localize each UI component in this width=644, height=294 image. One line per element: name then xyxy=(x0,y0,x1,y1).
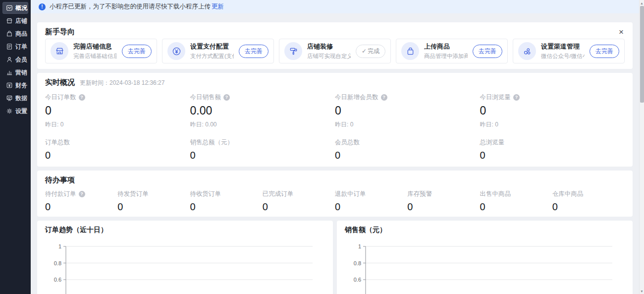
channels-icon xyxy=(518,42,536,60)
scrollbar-thumb[interactable] xyxy=(640,6,644,103)
stat-yesterday: 昨日: 0 xyxy=(480,120,625,129)
vertical-scrollbar[interactable]: ▲ ▼ xyxy=(639,0,644,294)
stat-today-new-members: 今日新增会员数? 0 昨日: 0 xyxy=(335,94,480,129)
charts-row: 订单趋势（近十日） 1 0.8 xyxy=(37,221,633,294)
todo-pending-receipt: 待收货订单 0 xyxy=(190,190,263,213)
go-complete-button[interactable]: 去完善 xyxy=(122,45,152,58)
paint-roller-icon xyxy=(284,42,302,60)
update-notice-bar: ! 小程序已更新，为了不影响您的使用请尽快下载小程序上传更新 xyxy=(31,0,639,13)
sidebar-item-finance[interactable]: 财务 xyxy=(2,79,28,91)
guide-steps: 完善店铺信息 完善店铺基础信息等 去完善 设置支付配置 支付方式配置(支付宝/微… xyxy=(45,39,625,63)
chart-title: 订单趋势（近十日） xyxy=(45,226,325,235)
help-icon[interactable]: ? xyxy=(79,94,85,101)
sidebar-item-members[interactable]: 会员 xyxy=(2,54,28,65)
sidebar-item-settings[interactable]: 设置 xyxy=(2,105,28,117)
todo-label: 出售中商品 xyxy=(480,190,511,198)
stat-today-pageviews: 今日浏览量? 0 昨日: 0 xyxy=(480,94,625,129)
completed-button[interactable]: ✓完成 xyxy=(356,45,385,58)
sidebar-item-label: 订单 xyxy=(15,43,27,51)
step-title: 设置渠道管理 xyxy=(541,42,585,51)
todo-value: 0 xyxy=(480,201,552,213)
stat-label: 今日订单数 xyxy=(45,93,76,102)
sidebar-item-marketing[interactable]: 营销 xyxy=(2,66,28,78)
stat-label: 销售总额（元） xyxy=(190,138,234,147)
upload-goods-icon xyxy=(401,42,419,60)
stat-value: 0 xyxy=(190,150,335,161)
sidebar-item-overview[interactable]: 概况 xyxy=(2,2,28,14)
chart-title: 销售额（元） xyxy=(345,226,625,235)
sidebar-item-orders[interactable]: 订单 xyxy=(2,41,28,53)
stat-value: 0 xyxy=(335,150,480,161)
help-icon[interactable]: ? xyxy=(513,94,520,101)
go-complete-button[interactable]: 去完善 xyxy=(473,45,502,58)
step-title: 上传商品 xyxy=(424,42,468,51)
guide-step-store-info: 完善店铺信息 完善店铺基础信息等 去完善 xyxy=(45,39,157,63)
stat-yesterday: 昨日: 0.00 xyxy=(190,120,335,129)
sidebar-item-data[interactable]: 数据 xyxy=(2,92,28,104)
y-tick-label: 1 xyxy=(58,243,61,249)
stat-today-sales: 今日销售额? 0.00 昨日: 0.00 xyxy=(190,94,335,129)
sidebar-item-label: 会员 xyxy=(15,56,27,64)
update-link[interactable]: 更新 xyxy=(212,2,224,11)
guide-step-upload-goods: 上传商品 商品管理中添加商品上传 去完善 xyxy=(396,39,508,63)
sales-chart-card: 销售额（元） 1 0.8 0 xyxy=(337,221,633,294)
sidebar-item-label: 数据 xyxy=(15,94,27,103)
todo-label: 待发货订单 xyxy=(117,190,149,198)
y-tick-label: 0.6 xyxy=(54,277,61,283)
stat-total-members: 会员总数 0 xyxy=(335,139,480,161)
todo-row: 待付款订单? 0 待发货订单 0 待收货订单 0 已完成订单 0 退款中订单 xyxy=(45,190,625,213)
sidebar-item-label: 设置 xyxy=(15,107,27,116)
scroll-up-icon[interactable]: ▲ xyxy=(640,0,644,6)
todo-value: 0 xyxy=(263,201,335,213)
yen-circle-icon xyxy=(167,42,185,60)
help-icon[interactable]: ? xyxy=(223,94,230,101)
help-icon[interactable]: ? xyxy=(381,94,387,101)
stat-yesterday: 昨日: 0 xyxy=(335,120,480,129)
stat-label: 订单总数 xyxy=(45,138,70,147)
sales-chart: 1 0.8 0.6 0.4 0.2 0 xyxy=(345,241,625,294)
stat-label: 今日浏览量 xyxy=(480,93,511,102)
todo-on-sale-goods: 出售中商品 0 xyxy=(480,190,552,213)
settings-icon xyxy=(6,108,13,115)
data-icon xyxy=(6,95,13,102)
newbie-guide-card: 新手导向 × 完善店铺信息 完善店铺基础信息等 去完善 xyxy=(37,22,633,69)
todo-value: 0 xyxy=(407,201,480,213)
guide-title: 新手导向 xyxy=(45,27,75,37)
todo-value: 0 xyxy=(552,201,625,213)
help-icon[interactable]: ? xyxy=(79,191,85,197)
go-complete-button[interactable]: 去完善 xyxy=(239,45,268,58)
todo-value: 0 xyxy=(190,201,263,213)
todo-label: 待付款订单 xyxy=(45,190,76,198)
stat-value: 0 xyxy=(45,104,190,118)
todo-pending-payment: 待付款订单? 0 xyxy=(45,190,117,213)
todo-title: 待办事项 xyxy=(45,176,75,184)
sidebar-item-label: 财务 xyxy=(15,81,27,90)
scroll-down-icon[interactable]: ▼ xyxy=(640,288,644,294)
members-icon xyxy=(6,56,13,63)
totals-row: 订单总数 0 销售总额（元） 0 会员总数 0 总浏览量 0 xyxy=(45,139,625,161)
stat-value: 0 xyxy=(45,150,190,161)
stat-value: 0 xyxy=(480,104,625,118)
stat-label: 今日销售额 xyxy=(190,93,221,102)
notice-text: 小程序已更新，为了不影响您的使用请尽快下载小程序上传 xyxy=(50,2,211,11)
stat-total-sales: 销售总额（元） 0 xyxy=(190,139,335,161)
step-title: 店铺装修 xyxy=(307,42,351,51)
step-title: 完善店铺信息 xyxy=(73,42,117,51)
todo-label: 库存预警 xyxy=(407,190,432,198)
todo-completed-orders: 已完成订单 0 xyxy=(263,190,335,213)
close-icon[interactable]: × xyxy=(618,28,625,36)
go-complete-button[interactable]: 去完善 xyxy=(590,45,619,58)
realtime-title: 实时概况 xyxy=(45,78,75,87)
check-icon: ✓ xyxy=(362,48,367,55)
todo-label: 待收货订单 xyxy=(190,190,221,198)
y-tick-label: 1 xyxy=(358,243,361,249)
sidebar-item-goods[interactable]: 商品 xyxy=(2,28,28,40)
sidebar-item-shop[interactable]: 店铺 xyxy=(2,15,28,27)
step-desc: 微信公众号/微信小程序 xyxy=(541,53,585,60)
step-desc: 完善店铺基础信息等 xyxy=(73,53,117,60)
marketing-icon xyxy=(6,69,13,76)
sidebar-item-label: 店铺 xyxy=(15,17,27,25)
todo-refunding-orders: 退款中订单 0 xyxy=(335,190,407,213)
sidebar-item-label: 营销 xyxy=(15,68,27,77)
step-desc: 店铺可实现自定义模板装修 xyxy=(307,53,351,60)
